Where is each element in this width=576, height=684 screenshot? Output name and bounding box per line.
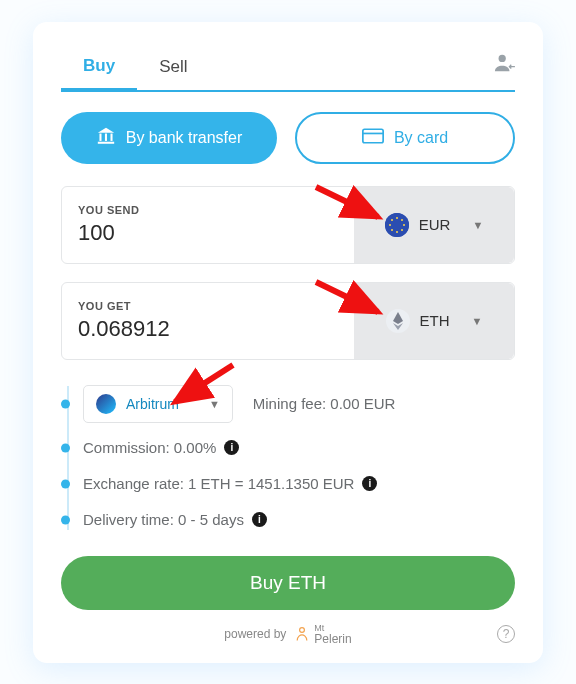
send-currency-label: EUR [419, 216, 451, 233]
card-label: By card [394, 129, 448, 147]
svg-point-0 [499, 54, 506, 61]
svg-point-15 [401, 229, 403, 231]
svg-point-14 [391, 229, 393, 231]
mining-fee-text: Mining fee: 0.00 EUR [253, 395, 396, 412]
you-send-value[interactable]: 100 [78, 220, 338, 246]
svg-point-13 [401, 219, 403, 221]
bank-transfer-label: By bank transfer [126, 129, 243, 147]
svg-point-11 [403, 224, 405, 226]
payment-method-row: By bank transfer By card [61, 112, 515, 164]
delivery-time-row: Delivery time: 0 - 5 days i [83, 502, 515, 538]
tab-sell[interactable]: Sell [137, 47, 209, 89]
arbitrum-icon [96, 394, 116, 414]
card-button[interactable]: By card [295, 112, 515, 164]
mt-pelerin-brand: Mt Pelerin [294, 624, 351, 645]
you-get-field: YOU GET 0.068912 ETH ▼ [61, 282, 515, 360]
svg-rect-2 [105, 133, 107, 140]
svg-point-7 [385, 213, 409, 237]
eur-flag-icon [385, 213, 409, 237]
tabs-bar: Buy Sell [61, 46, 515, 92]
eth-icon [386, 309, 410, 333]
network-name: Arbitrum [126, 396, 179, 412]
you-get-label: YOU GET [78, 300, 338, 312]
delivery-time-text: Delivery time: 0 - 5 days [83, 511, 244, 528]
widget-card: Buy Sell By bank transfer [33, 22, 543, 663]
you-get-value: 0.068912 [78, 316, 338, 342]
help-icon[interactable]: ? [497, 625, 515, 643]
tab-buy[interactable]: Buy [61, 46, 137, 92]
details-timeline: Arbitrum ▼ Mining fee: 0.00 EUR Commissi… [61, 378, 515, 538]
svg-rect-1 [99, 133, 101, 140]
exchange-rate-text: Exchange rate: 1 ETH = 1451.1350 EUR [83, 475, 354, 492]
svg-point-10 [389, 224, 391, 226]
exchange-rate-row: Exchange rate: 1 ETH = 1451.1350 EUR i [83, 466, 515, 502]
send-currency-select[interactable]: EUR ▼ [354, 187, 514, 263]
chevron-down-icon: ▼ [472, 315, 483, 327]
info-icon[interactable]: i [362, 476, 377, 491]
chevron-down-icon: ▼ [209, 398, 220, 410]
network-row: Arbitrum ▼ Mining fee: 0.00 EUR [83, 378, 515, 430]
svg-rect-4 [98, 141, 114, 143]
bank-icon [96, 127, 116, 149]
svg-point-9 [396, 231, 398, 233]
chevron-down-icon: ▼ [472, 219, 483, 231]
user-login-icon[interactable] [493, 53, 515, 77]
commission-text: Commission: 0.00% [83, 439, 216, 456]
card-icon [362, 128, 384, 148]
brand-bottom: Pelerin [314, 633, 351, 645]
you-send-label: YOU SEND [78, 204, 338, 216]
get-currency-label: ETH [420, 312, 450, 329]
you-send-field: YOU SEND 100 EUR ▼ [61, 186, 515, 264]
svg-point-16 [300, 628, 305, 633]
powered-by-text: powered by [224, 627, 286, 641]
svg-rect-5 [363, 129, 383, 143]
info-icon[interactable]: i [224, 440, 239, 455]
info-icon[interactable]: i [252, 512, 267, 527]
buy-button[interactable]: Buy ETH [61, 556, 515, 610]
commission-row: Commission: 0.00% i [83, 430, 515, 466]
footer: powered by Mt Pelerin ? [61, 624, 515, 645]
bank-transfer-button[interactable]: By bank transfer [61, 112, 277, 164]
get-currency-select[interactable]: ETH ▼ [354, 283, 514, 359]
network-select[interactable]: Arbitrum ▼ [83, 385, 233, 423]
svg-rect-3 [110, 133, 112, 140]
pelerin-logo-icon [294, 626, 310, 642]
svg-point-12 [391, 219, 393, 221]
svg-point-8 [396, 217, 398, 219]
